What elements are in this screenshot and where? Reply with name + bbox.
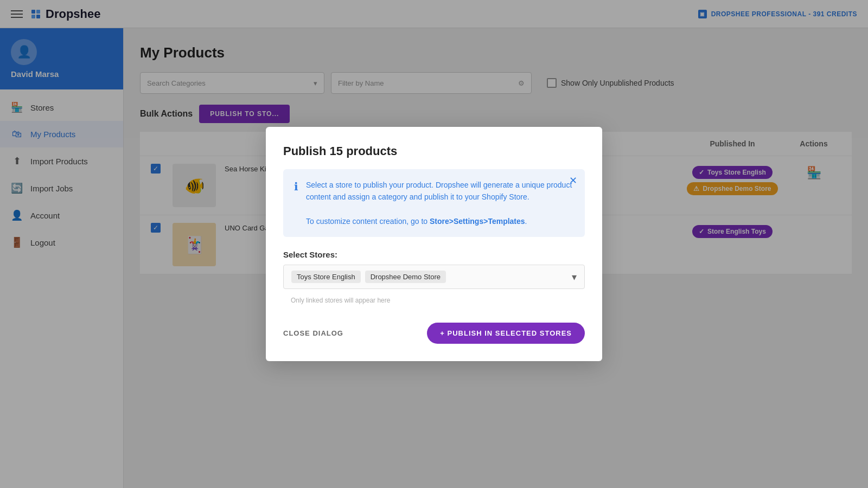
info-link-suffix: . — [525, 217, 527, 226]
publish-selected-button[interactable]: + PUBLISH IN SELECTED STORES — [427, 323, 585, 344]
store-tags: Toys Store English Dropshee Demo Store — [291, 271, 446, 283]
publish-dialog: Publish 15 products ℹ Select a store to … — [266, 127, 602, 362]
info-close-button[interactable]: ✕ — [569, 176, 577, 185]
info-line1: Select a store to publish your product. … — [306, 181, 572, 201]
info-icon: ℹ — [294, 180, 298, 193]
modal-overlay: Publish 15 products ℹ Select a store to … — [0, 0, 868, 488]
select-stores-label: Select Stores: — [283, 250, 585, 259]
info-line2: To customize content creation, go to — [306, 217, 427, 226]
store-select-box[interactable]: Toys Store English Dropshee Demo Store ▾ — [283, 265, 585, 289]
close-dialog-button[interactable]: CLOSE DIALOG — [283, 329, 343, 337]
info-link[interactable]: Store>Settings>Templates — [430, 217, 525, 226]
store-tag-demo: Dropshee Demo Store — [365, 271, 446, 283]
info-box: ℹ Select a store to publish your product… — [283, 169, 585, 237]
store-hint-text: Only linked stores will appear here — [283, 293, 585, 307]
dialog-footer: CLOSE DIALOG + PUBLISH IN SELECTED STORE… — [283, 323, 585, 344]
dialog-title: Publish 15 products — [283, 144, 585, 158]
info-text: Select a store to publish your product. … — [306, 179, 574, 228]
store-dropdown-arrow-icon: ▾ — [572, 271, 577, 283]
store-tag-toys: Toys Store English — [291, 271, 361, 283]
